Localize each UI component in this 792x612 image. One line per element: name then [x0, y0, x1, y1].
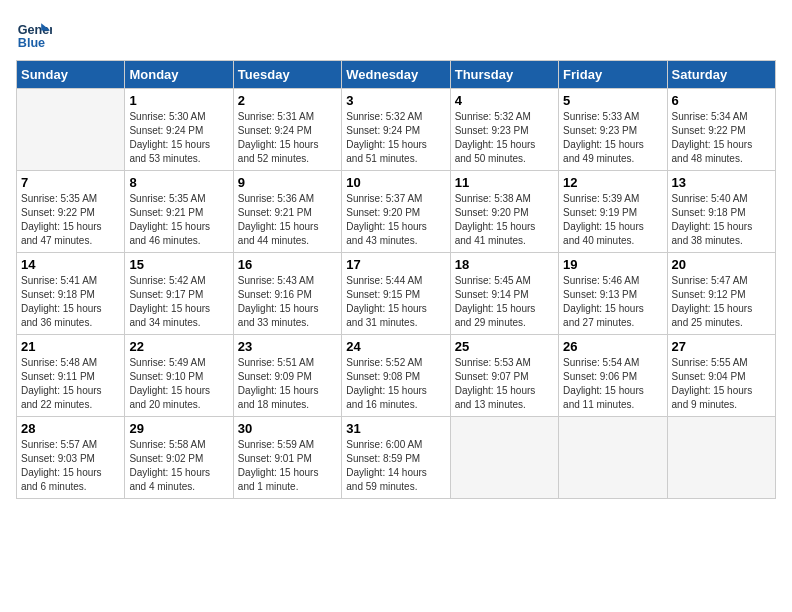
- calendar: SundayMondayTuesdayWednesdayThursdayFrid…: [16, 60, 776, 499]
- day-info: Sunrise: 5:47 AM Sunset: 9:12 PM Dayligh…: [672, 274, 771, 330]
- calendar-cell: 7Sunrise: 5:35 AM Sunset: 9:22 PM Daylig…: [17, 171, 125, 253]
- calendar-cell: 14Sunrise: 5:41 AM Sunset: 9:18 PM Dayli…: [17, 253, 125, 335]
- day-info: Sunrise: 5:46 AM Sunset: 9:13 PM Dayligh…: [563, 274, 662, 330]
- weekday-header: Monday: [125, 61, 233, 89]
- day-info: Sunrise: 5:38 AM Sunset: 9:20 PM Dayligh…: [455, 192, 554, 248]
- day-number: 13: [672, 175, 771, 190]
- day-number: 25: [455, 339, 554, 354]
- day-info: Sunrise: 5:32 AM Sunset: 9:23 PM Dayligh…: [455, 110, 554, 166]
- calendar-cell: 26Sunrise: 5:54 AM Sunset: 9:06 PM Dayli…: [559, 335, 667, 417]
- calendar-cell: 12Sunrise: 5:39 AM Sunset: 9:19 PM Dayli…: [559, 171, 667, 253]
- day-number: 8: [129, 175, 228, 190]
- calendar-cell: 19Sunrise: 5:46 AM Sunset: 9:13 PM Dayli…: [559, 253, 667, 335]
- calendar-cell: 11Sunrise: 5:38 AM Sunset: 9:20 PM Dayli…: [450, 171, 558, 253]
- day-info: Sunrise: 5:35 AM Sunset: 9:22 PM Dayligh…: [21, 192, 120, 248]
- calendar-cell: 28Sunrise: 5:57 AM Sunset: 9:03 PM Dayli…: [17, 417, 125, 499]
- calendar-cell: 3Sunrise: 5:32 AM Sunset: 9:24 PM Daylig…: [342, 89, 450, 171]
- day-number: 14: [21, 257, 120, 272]
- calendar-week-row: 28Sunrise: 5:57 AM Sunset: 9:03 PM Dayli…: [17, 417, 776, 499]
- day-info: Sunrise: 5:31 AM Sunset: 9:24 PM Dayligh…: [238, 110, 337, 166]
- calendar-cell: 1Sunrise: 5:30 AM Sunset: 9:24 PM Daylig…: [125, 89, 233, 171]
- calendar-cell: [17, 89, 125, 171]
- day-info: Sunrise: 5:58 AM Sunset: 9:02 PM Dayligh…: [129, 438, 228, 494]
- day-info: Sunrise: 5:41 AM Sunset: 9:18 PM Dayligh…: [21, 274, 120, 330]
- calendar-cell: [450, 417, 558, 499]
- day-info: Sunrise: 5:32 AM Sunset: 9:24 PM Dayligh…: [346, 110, 445, 166]
- calendar-cell: [559, 417, 667, 499]
- day-number: 2: [238, 93, 337, 108]
- day-info: Sunrise: 5:45 AM Sunset: 9:14 PM Dayligh…: [455, 274, 554, 330]
- day-info: Sunrise: 5:49 AM Sunset: 9:10 PM Dayligh…: [129, 356, 228, 412]
- calendar-cell: 31Sunrise: 6:00 AM Sunset: 8:59 PM Dayli…: [342, 417, 450, 499]
- calendar-cell: 21Sunrise: 5:48 AM Sunset: 9:11 PM Dayli…: [17, 335, 125, 417]
- day-number: 6: [672, 93, 771, 108]
- weekday-header: Friday: [559, 61, 667, 89]
- day-info: Sunrise: 5:42 AM Sunset: 9:17 PM Dayligh…: [129, 274, 228, 330]
- calendar-cell: 17Sunrise: 5:44 AM Sunset: 9:15 PM Dayli…: [342, 253, 450, 335]
- day-info: Sunrise: 5:34 AM Sunset: 9:22 PM Dayligh…: [672, 110, 771, 166]
- day-number: 16: [238, 257, 337, 272]
- calendar-week-row: 1Sunrise: 5:30 AM Sunset: 9:24 PM Daylig…: [17, 89, 776, 171]
- day-info: Sunrise: 5:53 AM Sunset: 9:07 PM Dayligh…: [455, 356, 554, 412]
- day-number: 23: [238, 339, 337, 354]
- day-info: Sunrise: 5:37 AM Sunset: 9:20 PM Dayligh…: [346, 192, 445, 248]
- day-info: Sunrise: 5:44 AM Sunset: 9:15 PM Dayligh…: [346, 274, 445, 330]
- day-info: Sunrise: 5:35 AM Sunset: 9:21 PM Dayligh…: [129, 192, 228, 248]
- calendar-cell: 22Sunrise: 5:49 AM Sunset: 9:10 PM Dayli…: [125, 335, 233, 417]
- calendar-week-row: 14Sunrise: 5:41 AM Sunset: 9:18 PM Dayli…: [17, 253, 776, 335]
- calendar-cell: 6Sunrise: 5:34 AM Sunset: 9:22 PM Daylig…: [667, 89, 775, 171]
- calendar-cell: 16Sunrise: 5:43 AM Sunset: 9:16 PM Dayli…: [233, 253, 341, 335]
- calendar-cell: 30Sunrise: 5:59 AM Sunset: 9:01 PM Dayli…: [233, 417, 341, 499]
- day-number: 28: [21, 421, 120, 436]
- day-number: 3: [346, 93, 445, 108]
- calendar-cell: 13Sunrise: 5:40 AM Sunset: 9:18 PM Dayli…: [667, 171, 775, 253]
- day-info: Sunrise: 5:40 AM Sunset: 9:18 PM Dayligh…: [672, 192, 771, 248]
- weekday-header: Tuesday: [233, 61, 341, 89]
- calendar-cell: 4Sunrise: 5:32 AM Sunset: 9:23 PM Daylig…: [450, 89, 558, 171]
- day-number: 9: [238, 175, 337, 190]
- weekday-header: Thursday: [450, 61, 558, 89]
- day-number: 5: [563, 93, 662, 108]
- day-info: Sunrise: 5:57 AM Sunset: 9:03 PM Dayligh…: [21, 438, 120, 494]
- svg-text:Blue: Blue: [18, 36, 45, 50]
- day-number: 15: [129, 257, 228, 272]
- calendar-cell: 20Sunrise: 5:47 AM Sunset: 9:12 PM Dayli…: [667, 253, 775, 335]
- calendar-cell: 5Sunrise: 5:33 AM Sunset: 9:23 PM Daylig…: [559, 89, 667, 171]
- day-number: 4: [455, 93, 554, 108]
- day-info: Sunrise: 5:59 AM Sunset: 9:01 PM Dayligh…: [238, 438, 337, 494]
- day-info: Sunrise: 5:43 AM Sunset: 9:16 PM Dayligh…: [238, 274, 337, 330]
- day-info: Sunrise: 5:30 AM Sunset: 9:24 PM Dayligh…: [129, 110, 228, 166]
- calendar-cell: 10Sunrise: 5:37 AM Sunset: 9:20 PM Dayli…: [342, 171, 450, 253]
- calendar-cell: 29Sunrise: 5:58 AM Sunset: 9:02 PM Dayli…: [125, 417, 233, 499]
- day-number: 31: [346, 421, 445, 436]
- day-number: 1: [129, 93, 228, 108]
- weekday-header-row: SundayMondayTuesdayWednesdayThursdayFrid…: [17, 61, 776, 89]
- calendar-cell: 25Sunrise: 5:53 AM Sunset: 9:07 PM Dayli…: [450, 335, 558, 417]
- calendar-week-row: 7Sunrise: 5:35 AM Sunset: 9:22 PM Daylig…: [17, 171, 776, 253]
- day-info: Sunrise: 5:48 AM Sunset: 9:11 PM Dayligh…: [21, 356, 120, 412]
- day-info: Sunrise: 5:51 AM Sunset: 9:09 PM Dayligh…: [238, 356, 337, 412]
- calendar-cell: 2Sunrise: 5:31 AM Sunset: 9:24 PM Daylig…: [233, 89, 341, 171]
- day-number: 27: [672, 339, 771, 354]
- day-number: 17: [346, 257, 445, 272]
- day-number: 20: [672, 257, 771, 272]
- logo-icon: General Blue: [16, 16, 52, 52]
- day-number: 18: [455, 257, 554, 272]
- day-info: Sunrise: 5:52 AM Sunset: 9:08 PM Dayligh…: [346, 356, 445, 412]
- day-number: 11: [455, 175, 554, 190]
- day-number: 29: [129, 421, 228, 436]
- day-number: 19: [563, 257, 662, 272]
- day-number: 26: [563, 339, 662, 354]
- calendar-cell: 23Sunrise: 5:51 AM Sunset: 9:09 PM Dayli…: [233, 335, 341, 417]
- header: General Blue: [16, 16, 776, 52]
- logo: General Blue: [16, 16, 54, 52]
- day-info: Sunrise: 5:54 AM Sunset: 9:06 PM Dayligh…: [563, 356, 662, 412]
- day-number: 22: [129, 339, 228, 354]
- day-info: Sunrise: 5:36 AM Sunset: 9:21 PM Dayligh…: [238, 192, 337, 248]
- day-info: Sunrise: 5:39 AM Sunset: 9:19 PM Dayligh…: [563, 192, 662, 248]
- day-number: 21: [21, 339, 120, 354]
- calendar-cell: 24Sunrise: 5:52 AM Sunset: 9:08 PM Dayli…: [342, 335, 450, 417]
- calendar-cell: 15Sunrise: 5:42 AM Sunset: 9:17 PM Dayli…: [125, 253, 233, 335]
- calendar-cell: 18Sunrise: 5:45 AM Sunset: 9:14 PM Dayli…: [450, 253, 558, 335]
- day-number: 10: [346, 175, 445, 190]
